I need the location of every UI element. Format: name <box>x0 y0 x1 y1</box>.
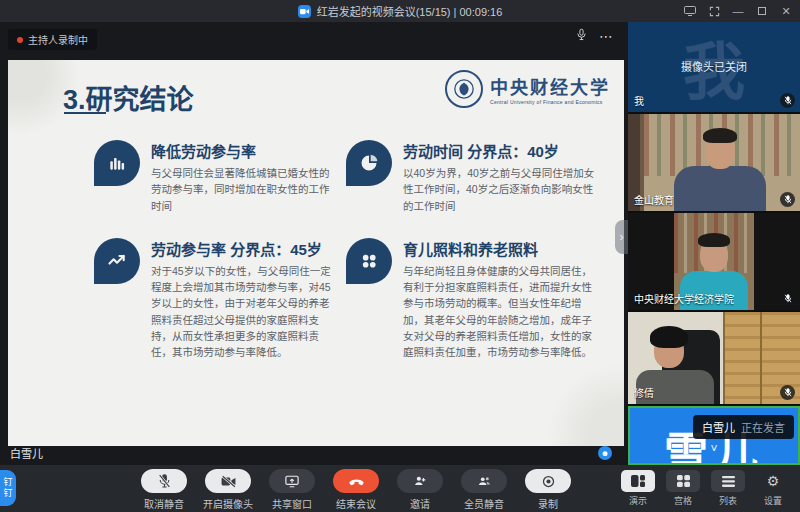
grid-layout-icon <box>666 470 700 492</box>
main-stage: 主持人录制中 ⋯ 3.研究结论 中央财经大学 Central Universit… <box>0 22 628 465</box>
gear-icon: ⚙ <box>756 470 790 492</box>
blue-assistant-icon[interactable]: ☻ <box>598 446 612 460</box>
pie-chart-icon <box>346 140 392 186</box>
view-grid-button[interactable]: 宫格 <box>664 470 702 507</box>
dingtalk-logo[interactable]: 钉钉 <box>0 470 16 506</box>
host-recording-badge: 主持人录制中 <box>8 29 97 50</box>
mic-muted-icon <box>780 93 795 108</box>
fullscreen-icon[interactable] <box>708 5 720 17</box>
view-label: 宫格 <box>674 494 692 507</box>
video-tile-participant-4[interactable]: 修倩 <box>628 312 800 404</box>
unmute-button[interactable]: 取消静音 <box>138 469 190 511</box>
camera-off-icon <box>205 469 251 493</box>
university-logo: 中央财经大学 Central University of Finance and… <box>445 70 610 108</box>
cast-screen-icon[interactable] <box>684 5 696 17</box>
presenter-name: 白雪儿 <box>10 445 43 461</box>
bottom-toolbar: 钉钉 取消静音 开启摄像头 共享窗口 <box>0 465 800 512</box>
university-name-en: Central University of Finance and Econom… <box>490 99 610 105</box>
chevron-right-icon: › <box>620 230 624 244</box>
tile-name: 修倩 <box>634 385 654 400</box>
slide-block-2: 劳动时间 分界点：40岁 以40岁为界，40岁之前与父母同住增加女性工作时间，4… <box>346 140 598 214</box>
settings-button[interactable]: ⚙ 设置 <box>754 470 792 507</box>
slide-block-4: 育儿照料和养老照料 与年纪尚轻且身体健康的父母共同居住，有利于分担家庭照料责任，… <box>346 238 598 361</box>
view-label: 演示 <box>629 494 647 507</box>
video-tile-self[interactable]: 我 摄像头已关闭 我 <box>628 22 800 112</box>
block-title: 育儿照料和养老照料 <box>403 238 598 259</box>
university-seal-icon <box>445 70 483 108</box>
speaker-name: 白雪儿 <box>702 419 735 435</box>
mic-muted-icon <box>780 291 795 306</box>
speaking-badge: 白雪儿 正在发言 <box>693 415 794 439</box>
invite-button[interactable]: 邀请 <box>394 469 446 511</box>
block-body: 对于45岁以下的女性，与父母同住一定程度上会增加其市场劳动参与率，对45岁以上的… <box>151 263 332 361</box>
meeting-window: 红岩发起的视频会议(15/15) | 00:09:16 — ✕ 主持人录制中 ⋯ <box>0 0 800 512</box>
button-label: 结束会议 <box>336 496 376 511</box>
button-label: 取消静音 <box>144 496 184 511</box>
view-list-button[interactable]: 列表 <box>709 470 747 507</box>
button-label: 录制 <box>538 496 558 511</box>
share-screen-button[interactable]: 共享窗口 <box>266 469 318 511</box>
stage-top-icons: ⋯ <box>576 27 614 45</box>
view-label: 列表 <box>719 494 737 507</box>
end-meeting-button[interactable]: 结束会议 <box>330 469 382 511</box>
chevron-down-icon: ˅ <box>710 442 717 456</box>
participant-figure <box>674 166 766 211</box>
block-body: 与年纪尚轻且身体健康的父母共同居住，有利于分担家庭照料责任，进而提升女性参与市场… <box>403 263 598 361</box>
slide-block-1: 降低劳动参与率 与父母同住会显著降低城镇已婚女性的劳动参与率，同时增加在职女性的… <box>94 140 332 214</box>
record-icon <box>525 469 571 493</box>
block-body: 以40岁为界，40岁之前与父母同住增加女性工作时间，40岁之后逐渐负向影响女性的… <box>403 165 598 214</box>
video-camera-app-icon <box>298 5 311 18</box>
shared-slide: 3.研究结论 中央财经大学 Central University of Fina… <box>8 60 624 446</box>
mic-off-icon <box>141 469 187 493</box>
tile-name: 金山教育 <box>634 192 674 207</box>
mic-muted-icon <box>780 192 795 207</box>
more-options-icon[interactable]: ⋯ <box>599 28 614 44</box>
university-name-cn: 中央财经大学 <box>490 73 610 99</box>
block-body: 与父母同住会显著降低城镇已婚女性的劳动参与率，同时增加在职女性的工作时间 <box>151 165 332 214</box>
tile-name: 我 <box>634 93 644 108</box>
bar-chart-icon <box>94 140 140 186</box>
host-badge-label: 主持人录制中 <box>28 32 88 47</box>
camera-on-button[interactable]: 开启摄像头 <box>202 469 254 511</box>
video-tile-participant-2[interactable]: 金山教育 <box>628 114 800 211</box>
button-label: 邀请 <box>410 496 430 511</box>
titlebar: 红岩发起的视频会议(15/15) | 00:09:16 — ✕ <box>0 0 800 22</box>
slide-title-underline <box>64 112 106 114</box>
speaking-status: 正在发言 <box>741 419 785 435</box>
end-call-icon <box>333 469 379 493</box>
maximize-icon[interactable] <box>756 5 768 17</box>
minimize-icon[interactable]: — <box>732 5 744 17</box>
close-icon[interactable]: ✕ <box>780 5 792 17</box>
video-tile-participant-3[interactable]: 中央财经大学经济学院 <box>628 213 800 310</box>
mute-all-icon <box>461 469 507 493</box>
block-title: 劳动参与率 分界点：45岁 <box>151 238 332 259</box>
record-button[interactable]: 录制 <box>522 469 574 511</box>
view-switcher: 演示 宫格 列表 ⚙ 设置 <box>619 470 792 507</box>
trend-line-icon <box>94 238 140 284</box>
call-controls: 取消静音 开启摄像头 共享窗口 结束会议 <box>138 469 574 511</box>
sidebar-collapse-handle[interactable]: › <box>615 220 628 254</box>
block-title: 降低劳动参与率 <box>151 140 332 161</box>
tile-name: 中央财经大学经济学院 <box>634 291 734 306</box>
mic-muted-icon <box>780 385 795 400</box>
button-label: 共享窗口 <box>272 496 312 511</box>
mute-all-button[interactable]: 全员静音 <box>458 469 510 511</box>
recording-dot-icon <box>17 37 23 43</box>
button-label: 开启摄像头 <box>203 496 253 511</box>
view-label: 设置 <box>764 494 782 507</box>
view-presentation-button[interactable]: 演示 <box>619 470 657 507</box>
block-title: 劳动时间 分界点：40岁 <box>403 140 598 161</box>
four-dots-icon <box>346 238 392 284</box>
meeting-title: 红岩发起的视频会议(15/15) | 00:09:16 <box>317 3 503 19</box>
split-layout-icon <box>621 470 655 492</box>
slide-block-3: 劳动参与率 分界点：45岁 对于45岁以下的女性，与父母同住一定程度上会增加其市… <box>94 238 332 361</box>
participant-sidebar: 我 摄像头已关闭 我 金山教育 中央财经大学经济学院 <box>628 22 800 465</box>
window-controls: — ✕ <box>684 0 792 22</box>
presenter-mic-icon[interactable] <box>576 27 587 45</box>
list-layout-icon <box>711 470 745 492</box>
slide-blocks: 降低劳动参与率 与父母同住会显著降低城镇已婚女性的劳动参与率，同时增加在职女性的… <box>94 140 598 360</box>
button-label: 全员静音 <box>464 496 504 511</box>
video-tile-active-speaker[interactable]: 雪儿 白雪儿 正在发言 ˅ <box>628 406 800 465</box>
invite-person-icon <box>397 469 443 493</box>
share-screen-icon <box>269 469 315 493</box>
